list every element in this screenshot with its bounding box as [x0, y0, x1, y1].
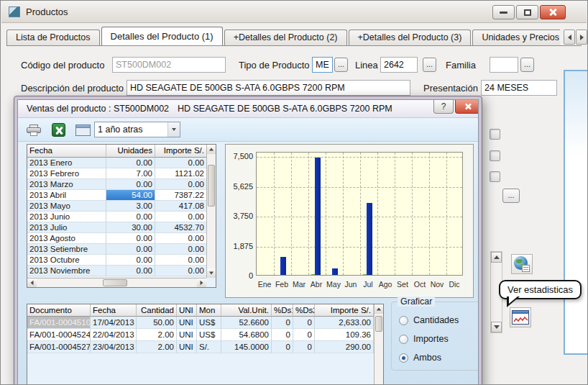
tab-2[interactable]: Detalles del Producto (1)	[101, 27, 223, 46]
table-row[interactable]: 2013 Setiembre0.000.00	[27, 244, 206, 255]
table-cell[interactable]: 2013 Marzo	[27, 179, 106, 190]
table-cell[interactable]: 3.00	[106, 201, 155, 212]
table-cell[interactable]: 0	[272, 317, 293, 329]
print-button[interactable]	[24, 121, 44, 139]
checkbox-1[interactable]	[490, 129, 500, 140]
web-image-button[interactable]	[511, 254, 533, 274]
table-row[interactable]: 2013 Noviembre0.000.00	[27, 266, 206, 276]
table-cell[interactable]: 0.00	[155, 266, 206, 276]
table-cell[interactable]: 1121.02	[155, 168, 206, 179]
table-cell[interactable]: 2013 Octubre	[27, 255, 106, 266]
scroll-up-button[interactable]	[375, 304, 383, 314]
table-cell[interactable]: US$	[197, 317, 221, 329]
table-cell[interactable]: 0.00	[106, 179, 155, 190]
table-cell[interactable]: 22/04/2013	[91, 329, 137, 341]
table-cell[interactable]: 2,633.00	[315, 317, 374, 329]
column-header[interactable]: Documento	[27, 304, 91, 317]
descripcion-input[interactable]: HD SEAGATE DE 500GB S-ATA 6.0GBPS 7200 R…	[127, 80, 410, 96]
tab-5[interactable]: Unidades y Precios esca	[472, 30, 560, 46]
table-cell[interactable]: 7.00	[106, 168, 155, 179]
presentacion-input[interactable]: 24 MESES	[481, 80, 557, 96]
table-cell[interactable]: 109.36	[315, 329, 374, 341]
familia-browse-button[interactable]: ...	[520, 58, 534, 72]
table-row[interactable]: 2013 Mayo3.00417.08	[27, 201, 206, 212]
codigo-input[interactable]: ST500DM002	[112, 57, 226, 73]
combo-dropdown-button[interactable]	[167, 122, 180, 137]
table-cell[interactable]: 0	[293, 329, 315, 341]
tab-scroll-left-button[interactable]	[564, 30, 575, 45]
table-cell[interactable]: 0.00	[106, 266, 155, 276]
scroll-down-button[interactable]	[207, 268, 216, 278]
tab-4[interactable]: +Detalles del Producto (3)	[349, 30, 472, 46]
table-row[interactable]: 2013 Marzo0.000.00	[27, 179, 206, 190]
familia-input[interactable]	[490, 57, 518, 73]
table-cell[interactable]: 0	[272, 329, 293, 341]
table-cell[interactable]: 17/04/2013	[91, 317, 137, 329]
table-row[interactable]: 2013 Abril54.007387.22	[27, 190, 206, 201]
scroll-thumb[interactable]	[375, 316, 382, 332]
table-cell[interactable]: 2013 Setiembre	[27, 244, 106, 255]
table-cell[interactable]: 0	[293, 317, 315, 329]
export-excel-button[interactable]	[48, 121, 68, 139]
table-cell[interactable]: UNI	[177, 329, 197, 341]
table-cell[interactable]: 0.00	[155, 179, 206, 190]
minimize-button[interactable]	[492, 5, 515, 19]
table-cell[interactable]: 0.00	[155, 255, 206, 266]
tipo-producto-input[interactable]: ME	[312, 57, 333, 73]
table-cell[interactable]: 0.00	[106, 244, 155, 255]
linea-input[interactable]: 2642	[380, 57, 418, 73]
table-cell[interactable]: 2013 Abril	[27, 190, 106, 201]
column-header[interactable]: Mon	[197, 304, 221, 317]
table-cell[interactable]: 0.00	[155, 233, 206, 244]
column-header[interactable]: Fecha	[91, 304, 137, 317]
table-cell[interactable]: 2013 Febrero	[27, 168, 106, 179]
column-header[interactable]: UNI	[177, 304, 197, 317]
table-cell[interactable]: 0.00	[106, 255, 155, 266]
table-cell[interactable]: 7387.22	[155, 190, 206, 201]
table-cell[interactable]: US$	[197, 329, 221, 341]
table-cell[interactable]: UNI	[177, 317, 197, 329]
tipo-browse-button[interactable]: ...	[334, 58, 348, 72]
table-row[interactable]: FA/001-000452422/04/20132.00UNIUS$54.680…	[27, 329, 374, 341]
column-header[interactable]: Fecha	[27, 145, 106, 158]
documents-vscrollbar[interactable]	[374, 304, 383, 385]
checkbox-3[interactable]	[490, 171, 500, 182]
radio-cantidades[interactable]: Cantidades	[399, 315, 459, 325]
table-cell[interactable]: UNI	[177, 341, 197, 353]
scroll-down-button[interactable]	[491, 322, 502, 332]
table-row[interactable]: 2013 Octubre0.000.00	[27, 255, 206, 266]
table-row[interactable]: FA/001-000451017/04/201350.00UNIUS$52.66…	[27, 317, 374, 329]
table-row[interactable]: 2013 Febrero7.001121.02	[27, 168, 206, 179]
chart-view-button[interactable]	[73, 121, 93, 139]
table-cell[interactable]: 2013 Enero	[27, 158, 106, 168]
maximize-button[interactable]	[516, 5, 538, 19]
table-cell[interactable]: 0.00	[106, 212, 155, 222]
table-cell[interactable]: FA/001-0004524	[27, 329, 91, 341]
table-cell[interactable]: 417.08	[155, 201, 206, 212]
table-cell[interactable]: 0	[293, 341, 315, 353]
table-cell[interactable]: 30.00	[106, 222, 155, 233]
scroll-up-button[interactable]	[207, 145, 216, 154]
column-header[interactable]: %Ds1	[272, 304, 293, 317]
table-row[interactable]: FA/001-000452723/04/20132.00UNIS/.145.00…	[27, 341, 374, 353]
scroll-thumb[interactable]	[103, 279, 127, 286]
table-row[interactable]: 2013 Enero0.000.00	[27, 158, 206, 168]
column-header[interactable]: Unidades	[106, 145, 155, 158]
tab-1[interactable]: Lista de Productos	[6, 30, 100, 46]
column-header[interactable]: Cantidad	[137, 304, 177, 317]
table-cell[interactable]: 145.0000	[221, 341, 272, 353]
table-row[interactable]: 2013 Agosto0.000.00	[27, 233, 206, 244]
table-cell[interactable]: 54.6800	[221, 329, 272, 341]
table-cell[interactable]: 0.00	[155, 244, 206, 255]
table-cell[interactable]: 0.00	[155, 212, 206, 222]
modal-help-button[interactable]: ?	[433, 100, 454, 114]
table-cell[interactable]: 290.00	[315, 341, 374, 353]
table-cell[interactable]: 0.00	[106, 158, 155, 168]
period-select[interactable]: 1 año atras	[94, 122, 180, 137]
column-header[interactable]: %Ds2	[293, 304, 315, 317]
table-cell[interactable]: 2.00	[137, 329, 177, 341]
scroll-up-button[interactable]	[491, 252, 502, 263]
tab-scroll-right-button[interactable]	[576, 30, 587, 45]
table-cell[interactable]: FA/001-0004510	[27, 317, 91, 329]
table-cell[interactable]: 2013 Julio	[27, 222, 106, 233]
